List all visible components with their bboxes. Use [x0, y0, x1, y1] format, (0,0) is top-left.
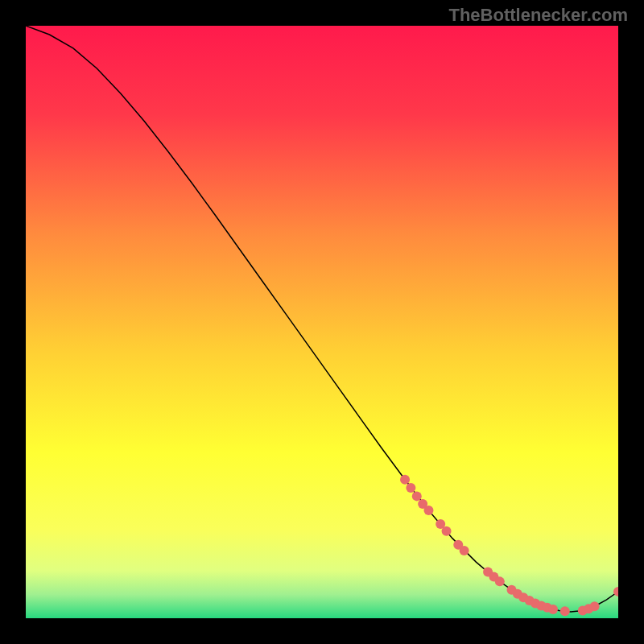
- chart-point: [495, 576, 505, 586]
- chart-point: [400, 475, 410, 485]
- chart-background: [26, 26, 618, 618]
- chart-svg: [26, 26, 618, 618]
- chart-point: [460, 546, 469, 555]
- chart-point: [412, 491, 422, 501]
- chart-point: [442, 526, 452, 536]
- watermark-text: TheBottlenecker.com: [448, 5, 628, 26]
- chart-plot-area: [26, 26, 618, 618]
- chart-point: [590, 601, 600, 611]
- chart-point: [560, 606, 570, 616]
- chart-point: [423, 506, 433, 515]
- chart-point: [548, 605, 558, 614]
- chart-point: [406, 483, 415, 493]
